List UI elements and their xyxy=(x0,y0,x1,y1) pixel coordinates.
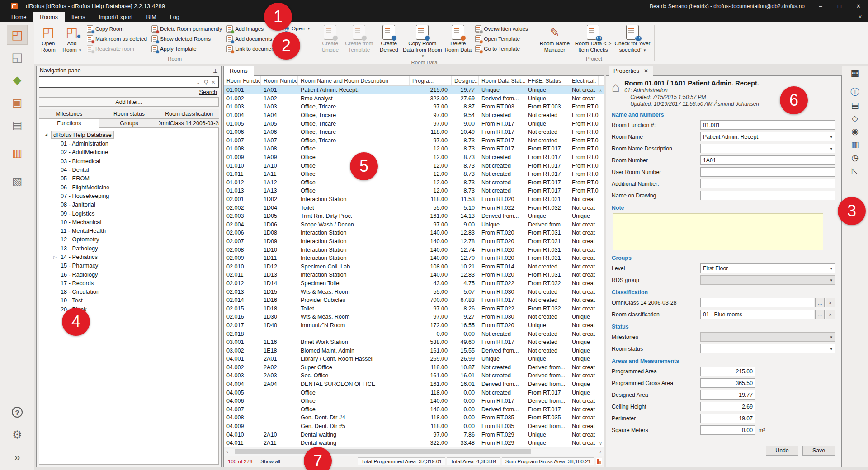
scroll-left-icon[interactable]: ‹ xyxy=(224,447,231,456)
programmed-area-field[interactable]: 215.00 xyxy=(700,367,755,376)
filter-tab-omniclass-14-2006-03-28[interactable]: OmniClass 14 2006-03-28 xyxy=(159,118,219,128)
table-row[interactable]: 03.0011E16Bmet Work Station538.0049.60Fr… xyxy=(224,338,604,347)
table-row[interactable]: 01.0061A06Office, Tricare118.0010.49From… xyxy=(224,128,604,136)
tree-item-15-pharmacy[interactable]: 15 - Pharmacy xyxy=(39,261,218,270)
table-row[interactable]: 01.0031A03Office, Tricare97.008.87From R… xyxy=(224,103,604,111)
tree-item-10-mechanical[interactable]: 10 - Mechanical xyxy=(39,218,218,226)
column-header-4[interactable]: Designe... xyxy=(452,76,479,85)
room-name-manager-button[interactable]: ✎Room Name Manager xyxy=(538,24,572,53)
table-row[interactable]: 04.005Office118.000.00Not createdFrom RT… xyxy=(224,388,604,397)
room-classification-clear-button[interactable]: × xyxy=(826,310,835,319)
add-documents-button[interactable]: Add documents xyxy=(226,35,278,42)
table-row[interactable]: 04.0012A01Library / Conf. Room Hassell26… xyxy=(224,355,604,363)
table-row[interactable]: 01.0011A01Patient Admin. Recept.215.0019… xyxy=(224,86,604,94)
tree-root-item[interactable]: dRofus Help Database xyxy=(51,131,114,139)
column-header-1[interactable]: Room Number xyxy=(261,76,298,85)
table-row[interactable]: 02.0061D08Interaction Station140.0012.83… xyxy=(224,229,604,237)
table-row[interactable]: 04.0022A02Super Office118.0010.87Not cre… xyxy=(224,363,604,372)
clear-icon[interactable]: × xyxy=(212,79,215,86)
room-function--field[interactable]: 01.001 xyxy=(700,120,835,130)
undo-button[interactable]: Undo xyxy=(766,446,798,456)
maximize-icon[interactable]: □ xyxy=(830,0,849,12)
table-row[interactable]: 02.0091D11Interaction Station140.0012.70… xyxy=(224,254,604,263)
table-row[interactable]: 02.0081D10Interaction Station140.0012.74… xyxy=(224,245,604,254)
tree-item-05-erom[interactable]: 05 - EROM xyxy=(39,174,218,183)
room-classification-field[interactable]: 01 - Blue rooms xyxy=(700,310,814,319)
link-to-documents-button[interactable]: Link to documents xyxy=(226,45,278,52)
room-name-description-select[interactable]: ▾ xyxy=(700,144,835,153)
tree-item-16-radiology[interactable]: 16 - Radiology xyxy=(39,270,218,278)
tree-item-04-dental[interactable]: 04 - Dental xyxy=(39,165,218,174)
tree-item-13-pathology[interactable]: 13 - Pathology xyxy=(39,244,218,253)
table-row[interactable]: 02.0171D40Immuniz"N Room172.0016.55From … xyxy=(224,321,604,330)
sidebar-item-help-icon[interactable]: ? xyxy=(7,402,28,422)
menu-tab-rooms[interactable]: Rooms xyxy=(33,12,65,22)
search-input[interactable] xyxy=(39,77,196,87)
mark-room-as-deleted-button[interactable]: Mark room as deleted xyxy=(87,35,147,42)
table-row[interactable]: 01.0111A11Office12.008.73Not createdFrom… xyxy=(224,170,604,179)
column-header-3[interactable]: Progra... xyxy=(410,76,452,85)
level-select[interactable]: First Floor▾ xyxy=(700,263,835,273)
filter-tab-groups[interactable]: Groups xyxy=(99,118,160,128)
go-to-template-button[interactable]: Go to Template xyxy=(475,45,528,52)
table-row[interactable]: 02.0151D18Toilet97.008.26From RT.022From… xyxy=(224,304,604,313)
save-button[interactable]: Save xyxy=(802,446,835,456)
column-header-7[interactable]: Electrical: xyxy=(569,76,599,85)
user-room-number-field[interactable] xyxy=(700,167,835,177)
menu-tab-home[interactable]: Home xyxy=(5,12,33,22)
table-row[interactable]: 04.0042A04DENTAL SURGEON OFFICE161.0016.… xyxy=(224,380,604,389)
tree-item-18-circulation[interactable]: 18 - Circulation xyxy=(39,287,218,296)
tree-item-19-test[interactable]: 19 - Test xyxy=(39,296,218,305)
table-row[interactable]: 04.0112A11Dental waiting322.0033.48From … xyxy=(224,439,604,447)
omniclass-14-2006-03-28-field[interactable] xyxy=(700,298,814,307)
menu-tab-import-export[interactable]: Import/Export xyxy=(92,12,140,22)
table-row[interactable]: 01.0091A09Office12.008.73Not createdFrom… xyxy=(224,153,604,162)
tree-item-14-pediatrics[interactable]: ▷14 - Pediatrics xyxy=(39,253,218,261)
filter-tab-milestones[interactable]: Milestones xyxy=(39,109,99,118)
panel-tab-camera-icon[interactable]: ◉ xyxy=(851,127,859,136)
menu-tab-bim[interactable]: BIM xyxy=(140,12,163,22)
add-room-button[interactable]: ◰Add Room ▾ xyxy=(60,24,84,53)
sidebar-item-reports-icon[interactable]: ▥ xyxy=(7,143,28,163)
column-header-5[interactable]: Room Data Stat... xyxy=(479,76,525,85)
minimize-icon[interactable]: – xyxy=(811,0,830,12)
perimeter-field[interactable]: 19.07 xyxy=(700,414,755,423)
table-row[interactable]: 01.0051A05Office, Tricare97.009.00From R… xyxy=(224,119,604,128)
filter-tab-room-classification[interactable]: Room classification xyxy=(159,109,219,118)
table-row[interactable]: 02.0011D02Interaction Station118.0011.53… xyxy=(224,195,604,204)
close-icon[interactable]: ✕ xyxy=(849,0,868,12)
show-deleted-rooms-button[interactable]: Show deleted Rooms xyxy=(151,35,222,42)
horizontal-scrollbar-thumb[interactable] xyxy=(235,449,531,454)
panel-tab-files-panel-icon[interactable]: ▥ xyxy=(851,141,859,149)
open-template-button[interactable]: Open Template xyxy=(475,35,528,42)
table-row[interactable]: 04.008Gen. Dent. Dtr #4118.000.00From RT… xyxy=(224,414,604,422)
horizontal-scrollbar[interactable]: ‹ › xyxy=(224,447,604,456)
note-textarea[interactable] xyxy=(613,213,823,250)
tree-item-09-logistics[interactable]: 09 - Logistics xyxy=(39,209,218,217)
column-header-6[interactable]: FF&E: Status xyxy=(525,76,569,85)
table-row[interactable]: 01.0041A04Office, Tricare97.009.54Not cr… xyxy=(224,111,604,120)
sidebar-item-packages-icon[interactable]: ▣ xyxy=(7,93,28,113)
room-number-field[interactable]: 1A01 xyxy=(700,155,835,165)
table-row[interactable]: 04.006Office140.000.00From RT.017Derived… xyxy=(224,397,604,405)
search-link[interactable]: Search xyxy=(199,89,217,95)
sidebar-item-open-room-nav-icon[interactable]: ◱ xyxy=(7,47,28,67)
panel-tab-copy-panel-icon[interactable]: ▤ xyxy=(851,101,859,109)
column-header-2[interactable]: Room Name and Room Description xyxy=(298,76,410,85)
table-row[interactable]: 01.0071A07Office, Tricare97.008.73From R… xyxy=(224,136,604,145)
table-row[interactable]: 02.0121D14Specimen Toilet43.004.75From R… xyxy=(224,279,604,288)
copy-room-button[interactable]: Copy Room xyxy=(87,25,147,33)
sidebar-item-files-icon[interactable]: ▧ xyxy=(7,171,28,191)
table-row[interactable]: 03.0021E18Biomed Maint. Admin161.0015.55… xyxy=(224,346,604,355)
tree-item-08-janitorial[interactable]: 08 - Janitorial xyxy=(39,200,218,209)
table-row[interactable]: 02.0101D12Specimen Coll. Lab108.0010.21F… xyxy=(224,262,604,271)
room-status-select[interactable]: ▾ xyxy=(700,344,835,353)
ceiling-height-field[interactable]: 2.69 xyxy=(700,402,755,411)
table-row[interactable]: 02.0111D13Interaction Station140.0012.83… xyxy=(224,271,604,279)
copy-room-data-from-room-button[interactable]: Copy Room Data from Room ▾ xyxy=(402,24,442,59)
delete-room-data-button[interactable]: Delete Room Data xyxy=(444,24,472,53)
tree-item-12-optometry[interactable]: 12 - Optometry xyxy=(39,235,218,244)
tree-item-11-mentalhealth[interactable]: 11 - MentalHealth xyxy=(39,226,218,235)
scroll-right-icon[interactable]: › xyxy=(597,447,604,456)
table-row[interactable]: 01.0101A10Office12.008.73Not createdFrom… xyxy=(224,161,604,170)
